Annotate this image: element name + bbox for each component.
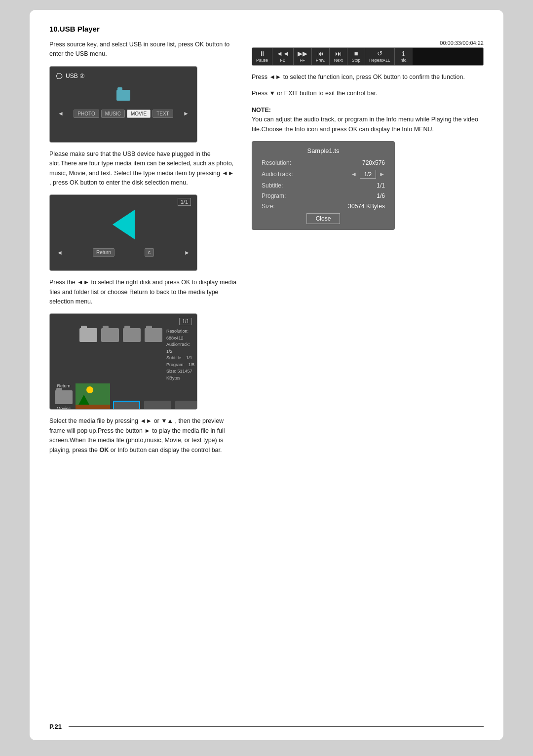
program-value: 1/6 [377,192,385,199]
repeat-icon: ↺ [377,50,382,57]
tab-movie[interactable]: MOVIE [127,110,151,118]
info-row-audiotrack: AudioTrack: ◄ 1/2 ► [262,170,385,179]
info-menu-title: Sample1.ts [262,147,385,154]
time-display: 00:00:33/00:04:22 [252,40,484,46]
page-container: 10.USB Player Press source key, and sels… [30,10,503,740]
preview-box [76,383,110,410]
stop-button[interactable]: ■ Stop [347,48,365,65]
files-screen: 1/1 Resolution: 688x412 AudioTrack: 1/2 … [49,313,197,410]
info-row-size: Size: 30574 KBytes [262,203,385,210]
fb-button[interactable]: ◄◄ FB [272,48,294,65]
control-bar: ⏸ Pause ◄◄ FB ▶▶ FF ⏮ Prev. [252,47,484,66]
movies-folder-icon [55,390,73,404]
media-nav: ◄ PHOTO MUSIC MOVIE TEXT ► [56,110,191,118]
next-icon: ⏭ [335,50,342,57]
next-label: Next [334,58,343,63]
right-column: 00:00:33/00:04:22 ⏸ Pause ◄◄ FB ▶▶ FF [252,40,484,462]
ctrl-desc-1: Press ◄► to select the function icon, pr… [252,73,484,82]
section-title: 10.USB Player [49,25,484,33]
resolution-label: Resolution: [262,159,291,166]
audiotrack-label: AudioTrack: [262,171,293,178]
cyan-arrow-icon [113,210,135,239]
left-arrow-icon: ◄ [58,110,64,117]
stop-icon: ■ [354,50,358,57]
disk-screen: 1/1 ◄ Return c ► [49,194,197,271]
prev-label: Prev. [316,58,325,63]
pause-label: Pause [256,58,268,63]
note-text: You can adjust the audio track, or progr… [252,116,478,132]
disk-nav: ◄ Return c ► [56,248,191,257]
usb-label-text: USB ② [66,73,85,79]
footer-page-number: P.21 [49,723,62,730]
disk-description: Please make sure that the USB device hav… [49,150,237,188]
tab-music[interactable]: MUSIC [101,110,125,118]
ff-button[interactable]: ▶▶ FF [294,48,312,65]
file-thumb-3[interactable] [175,401,197,410]
folder-icon [116,90,130,101]
audiotrack-value: 1/2 [360,170,376,179]
close-label: Close [306,213,341,224]
disk-right-arrow: ► [184,249,190,256]
audiotrack-right-arrow[interactable]: ► [379,171,385,178]
size-label: Size: [262,203,275,210]
info-button[interactable]: ℹ Info. [395,48,413,65]
note-label: NOTE: [252,107,271,113]
ground-bg [76,405,110,410]
info-row-program: Program: 1/6 [262,192,385,199]
fb-label: FB [280,58,286,63]
info-row-subtitle: Subtitle: 1/1 [262,182,385,189]
folder-icon-2 [123,328,141,342]
ctrl-desc-2: Press ▼ or EXIT button to exit the contr… [252,89,484,98]
folder-icon-3 [145,328,162,342]
prev-button[interactable]: ⏮ Prev. [312,48,330,65]
usb-screen: ⎔ USB ② ◄ PHOTO MUSIC MOVIE TEXT ► [49,66,197,143]
left-column: Press source key, and selsct USB in sour… [49,40,237,462]
tree-icon [78,395,90,406]
tab-text[interactable]: TEXT [152,110,173,118]
close-button[interactable]: Close [262,215,385,222]
footer-divider [69,726,484,727]
files-page-num: 1/1 [179,318,192,325]
info-row-resolution: Resolution: 720x576 [262,159,385,166]
audiotrack-left-arrow[interactable]: ◄ [351,171,357,178]
file-info-panel: Resolution: 688x412 AudioTrack: 1/2 Subt… [166,328,194,381]
sun-icon [86,386,93,393]
repeat-label: RepeatALL [369,58,390,63]
ff-icon: ▶▶ [298,50,307,57]
right-arrow-icon: ► [183,110,189,117]
info-icon: ℹ [402,50,405,57]
subtitle-label: Subtitle: [262,182,283,189]
file-thumb-2[interactable] [144,401,171,410]
disk-nav-text: Press the ◄► to select the right disk an… [49,278,237,306]
files-left-sidebar: Return Movies ⚙ [55,383,73,410]
program-label: Program: [262,192,286,199]
c-label[interactable]: c [145,248,154,257]
fb-icon: ◄◄ [276,50,289,57]
info-menu-box: Sample1.ts Resolution: 720x576 AudioTrac… [252,141,395,230]
subtitle-value: 1/1 [377,182,385,189]
file-thumbs-area: Sample1.ts Sample2.ts Sample3.ts Sample4… [113,383,197,410]
ctrl-note: NOTE: You can adjust the audio track, or… [252,106,484,134]
audiotrack-control[interactable]: ◄ 1/2 ► [351,170,385,179]
page-footer: P.21 [49,723,484,730]
next-button[interactable]: ⏭ Next [330,48,347,65]
return-label[interactable]: Return [93,248,114,257]
pause-button[interactable]: ⏸ Pause [252,48,272,65]
pause-icon: ⏸ [259,50,266,57]
folder-icon-1 [101,328,119,342]
return-folder-icon [79,328,97,342]
select-description: Select the media file by pressing ◄► or … [49,416,237,455]
file-thumb-1[interactable] [113,401,140,410]
stop-label: Stop [352,58,361,63]
info-label: Info. [399,58,408,63]
repeat-button[interactable]: ↺ RepeatALL [365,48,395,65]
disk-left-arrow: ◄ [57,249,63,256]
disk-page-num: 1/1 [56,199,191,205]
resolution-value: 720x576 [362,159,385,166]
control-bar-container: 00:00:33/00:04:22 ⏸ Pause ◄◄ FB ▶▶ FF [252,40,484,66]
tab-photo[interactable]: PHOTO [74,110,99,118]
disk-arrow-area [56,210,191,239]
movies-sidebar-label: Movies [55,406,73,410]
media-tabs: PHOTO MUSIC MOVIE TEXT [74,110,173,118]
size-value: 30574 KBytes [348,203,385,210]
